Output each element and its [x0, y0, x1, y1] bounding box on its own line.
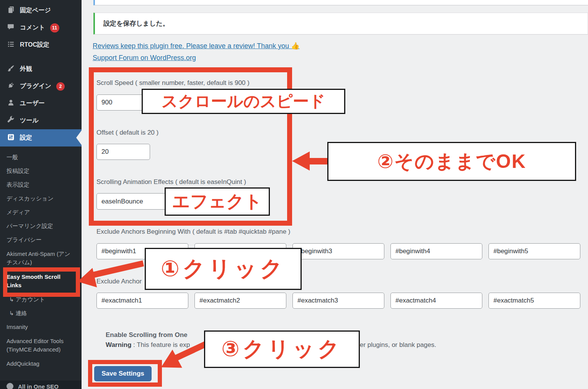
submenu-item-imsanity[interactable]: Imsanity	[0, 320, 82, 334]
sidebar-item-pages[interactable]: 固定ページ	[0, 2, 82, 19]
sidebar-item-label: All in One SEO	[18, 383, 59, 389]
sidebar-item-all-in-one-seo[interactable]: All in One SEO	[0, 381, 82, 389]
brush-icon	[7, 64, 15, 74]
beginwith4-input[interactable]	[390, 243, 482, 259]
exactmatch4-input[interactable]	[390, 293, 482, 309]
comments-icon	[7, 23, 15, 33]
sidebar-item-label: ツール	[20, 117, 39, 125]
exclude-begin-label: Exclude Anchors Beginning With ( default…	[96, 228, 291, 236]
annotation-red-frame-save	[88, 360, 162, 387]
submenu-item-akismet[interactable]: Akismet Anti-Spam (アンチスパム)	[0, 247, 75, 270]
exclude-exact-label: Exclude Anchor	[96, 278, 142, 285]
settings-saved-text: 設定を保存しました。	[103, 19, 169, 28]
sidebar-item-rtoc[interactable]: RTOC設定	[0, 36, 82, 54]
warning-text-fragment: er plugins, or blank pages.	[360, 341, 436, 349]
annotation-click-3: ③クリック	[204, 330, 360, 368]
sidebar-item-settings[interactable]: 設定	[0, 129, 82, 146]
annotation-leave-as-is: ②そのままでOK	[327, 142, 576, 181]
annotation-scroll-speed: スクロールのスピード	[142, 89, 345, 114]
annotation-effect: エフェクト	[165, 187, 270, 216]
sidebar-item-label: RTOC設定	[20, 41, 49, 49]
wrench-icon	[7, 116, 15, 125]
arrow-shaft-1	[90, 260, 144, 278]
thumbs-up-emoji: 👍	[291, 42, 299, 50]
submenu-item-discussion[interactable]: ディスカッション	[0, 192, 82, 205]
admin-menu: 固定ページ コメント 11 RTOC設定 外観 プラグイン 2 ユーザー ツール	[0, 0, 82, 146]
warning-text: Warning : This feature is exp	[106, 341, 190, 349]
exactmatch2-input[interactable]	[194, 293, 286, 309]
submenu-item-media[interactable]: メディア	[0, 205, 82, 219]
beginwith5-input[interactable]	[488, 243, 580, 259]
info-notice-partial	[93, 0, 588, 5]
sidebar-item-comments[interactable]: コメント 11	[0, 19, 82, 36]
submenu-item-reading[interactable]: 表示設定	[0, 178, 82, 192]
aioseo-icon	[7, 383, 13, 389]
arrow-head-2	[292, 151, 310, 171]
plugins-count-badge: 2	[56, 82, 65, 91]
settings-saved-notice: 設定を保存しました。	[93, 13, 588, 34]
sidebar-item-appearance[interactable]: 外観	[0, 60, 82, 78]
enable-scrolling-label: Enable Scrolling from One	[106, 331, 187, 339]
settings-submenu: 一般 投稿設定 表示設定 ディスカッション メディア パーマリンク設定 プライバ…	[0, 146, 82, 371]
sidebar-item-label: プラグイン	[20, 82, 51, 90]
beginwith3-input[interactable]	[292, 243, 384, 259]
leave-review-link[interactable]: Reviews keep this plugin free. Please le…	[93, 42, 299, 50]
submenu-item-addquicktag[interactable]: AddQuicktag	[0, 357, 82, 371]
comments-count-badge: 11	[50, 23, 59, 33]
plugin-icon	[7, 81, 15, 91]
sidebar-item-label: コメント	[20, 24, 45, 32]
sidebar-item-plugins[interactable]: プラグイン 2	[0, 78, 82, 95]
sidebar-item-tools[interactable]: ツール	[0, 112, 82, 129]
user-icon	[7, 99, 15, 108]
list-icon	[7, 40, 15, 50]
exactmatch5-input[interactable]	[488, 293, 580, 309]
submenu-item-contact[interactable]: ↳ 連絡	[0, 306, 82, 320]
settings-page: 設定を保存しました。 Reviews keep this plugin free…	[82, 0, 588, 389]
submenu-item-privacy[interactable]: プライバシー	[0, 233, 82, 247]
sidebar-item-label: 設定	[20, 134, 32, 142]
active-menu-arrow	[76, 130, 82, 145]
exactmatch1-input[interactable]	[96, 293, 188, 309]
annotation-click-1: ①クリック	[145, 248, 302, 290]
submenu-item-advanced-editor-tools[interactable]: Advanced Editor Tools (TinyMCE Advanced)	[0, 334, 75, 357]
sidebar-item-label: ユーザー	[20, 99, 45, 107]
sliders-icon	[7, 133, 15, 143]
arrow-shaft-2	[308, 158, 328, 164]
sidebar-item-users[interactable]: ユーザー	[0, 95, 82, 112]
annotation-red-frame-sidebar	[3, 267, 80, 297]
menu-separator	[0, 54, 82, 60]
sidebar-item-label: 固定ページ	[20, 7, 51, 15]
submenu-item-writing[interactable]: 投稿設定	[0, 164, 82, 178]
exactmatch3-input[interactable]	[292, 293, 384, 309]
pages-icon	[7, 6, 15, 15]
submenu-item-permalinks[interactable]: パーマリンク設定	[0, 219, 82, 233]
submenu-item-general[interactable]: 一般	[0, 150, 82, 164]
sidebar-item-label: 外観	[20, 65, 32, 73]
support-forum-link[interactable]: Support Forum on WordPress.org	[93, 54, 196, 62]
admin-sidebar: 固定ページ コメント 11 RTOC設定 外観 プラグイン 2 ユーザー ツール	[0, 0, 82, 389]
